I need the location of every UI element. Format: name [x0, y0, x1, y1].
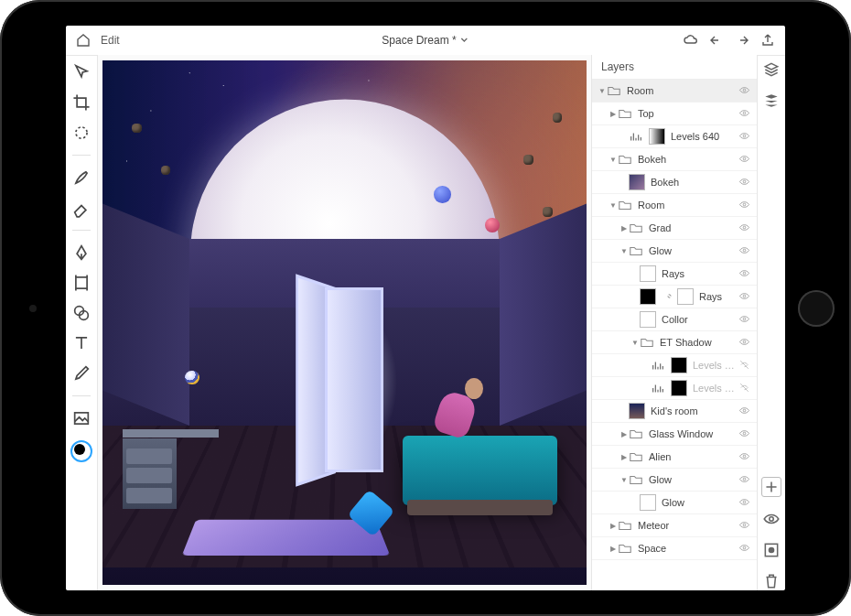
marquee-tool[interactable] — [71, 123, 92, 143]
disclosure-triangle[interactable]: ▶ — [619, 224, 629, 232]
eye-icon[interactable] — [738, 130, 753, 144]
cloud-icon[interactable] — [683, 32, 699, 49]
svg-point-8 — [743, 157, 746, 160]
layer-name: Room — [627, 85, 738, 96]
eye-icon[interactable] — [738, 473, 753, 487]
layer-row[interactable]: ▶Alien — [592, 446, 757, 469]
eye-icon[interactable] — [738, 267, 753, 281]
layer-thumb — [629, 174, 645, 190]
layer-row[interactable]: ▼Bokeh — [592, 148, 757, 171]
ipad-home-button[interactable] — [798, 290, 835, 327]
eye-icon[interactable] — [738, 336, 753, 350]
layer-row[interactable]: ▼ET Shadow — [592, 331, 757, 354]
layer-row[interactable]: ▼Room — [592, 80, 757, 103]
disclosure-triangle[interactable]: ▶ — [609, 110, 618, 118]
svg-point-10 — [743, 203, 746, 206]
home-icon[interactable] — [75, 32, 92, 49]
add-layer-icon[interactable] — [761, 477, 781, 497]
eye-icon[interactable] — [738, 176, 753, 189]
eye-icon[interactable] — [738, 519, 753, 533]
eye-icon[interactable] — [738, 290, 753, 304]
transform-tool[interactable] — [71, 273, 92, 293]
layer-row[interactable]: ▶Top — [592, 103, 757, 125]
text-tool[interactable] — [71, 333, 92, 353]
document-title[interactable]: Space Dream * — [382, 34, 469, 47]
eye-icon[interactable] — [738, 313, 753, 327]
layers-panel-title: Layers — [601, 60, 634, 73]
disclosure-triangle[interactable]: ▼ — [609, 156, 618, 164]
layer-row[interactable]: Levels 521 — [592, 354, 757, 377]
disclosure-triangle[interactable]: ▼ — [619, 247, 629, 255]
layer-thumb — [640, 288, 656, 305]
layer-row[interactable]: ▼Glow — [592, 469, 757, 492]
shapes-tool[interactable] — [71, 303, 92, 323]
eye-icon[interactable] — [738, 153, 753, 167]
eyedropper-tool[interactable] — [71, 363, 92, 384]
edit-menu[interactable]: Edit — [101, 34, 120, 47]
eye-icon[interactable] — [738, 496, 753, 510]
disclosure-triangle[interactable]: ▼ — [630, 339, 640, 347]
layer-thumb — [671, 357, 687, 373]
svg-point-13 — [743, 272, 746, 275]
layer-row[interactable]: ▼Room — [592, 194, 757, 217]
svg-point-6 — [743, 112, 746, 114]
eye-icon[interactable] — [738, 450, 753, 464]
disclosure-triangle[interactable]: ▼ — [609, 201, 618, 210]
visibility-icon[interactable] — [762, 510, 781, 528]
hidden-icon[interactable] — [738, 359, 753, 373]
share-icon[interactable] — [759, 32, 776, 49]
disclosure-triangle[interactable]: ▶ — [609, 522, 618, 530]
eye-icon[interactable] — [738, 244, 753, 258]
eye-icon[interactable] — [738, 199, 753, 212]
crop-tool[interactable] — [71, 92, 92, 113]
trash-icon[interactable] — [762, 572, 781, 590]
eye-icon[interactable] — [738, 405, 753, 418]
layer-row[interactable]: Levels 640 — [592, 125, 757, 148]
layer-stack-icon[interactable] — [762, 92, 781, 110]
layer-row[interactable]: Bokeh — [592, 171, 757, 194]
disclosure-triangle[interactable]: ▶ — [619, 430, 629, 438]
layer-thumb — [629, 403, 645, 419]
svg-point-9 — [743, 180, 746, 183]
layer-row[interactable]: ▼Glow — [592, 240, 757, 263]
image-tool[interactable] — [71, 408, 92, 428]
disclosure-triangle[interactable]: ▶ — [619, 453, 629, 461]
topbar: Edit Space Dream * — [66, 26, 785, 56]
brush-tool[interactable] — [71, 168, 92, 188]
layer-row[interactable]: Rays — [592, 263, 757, 286]
layers-icon[interactable] — [762, 60, 781, 79]
hidden-icon[interactable] — [738, 382, 753, 395]
layer-row[interactable]: ▶Grad — [592, 217, 757, 240]
layer-name: Glow — [662, 497, 738, 508]
disclosure-triangle[interactable]: ▼ — [598, 87, 607, 95]
move-tool[interactable] — [71, 62, 92, 82]
eye-icon[interactable] — [738, 222, 753, 235]
eye-icon[interactable] — [738, 542, 753, 556]
eye-icon[interactable] — [738, 107, 753, 121]
mask-icon[interactable] — [762, 541, 781, 559]
redo-icon[interactable] — [734, 32, 750, 49]
layer-row[interactable]: Collor — [592, 308, 757, 331]
svg-point-7 — [743, 135, 746, 137]
layer-name: Rays — [662, 268, 738, 279]
undo-icon[interactable] — [708, 32, 725, 49]
folder-icon — [629, 472, 643, 487]
foreground-color[interactable] — [70, 440, 92, 462]
canvas-area[interactable] — [98, 55, 591, 590]
layer-row[interactable]: ▶Space — [592, 537, 757, 560]
layer-thumb — [640, 265, 656, 282]
eraser-tool[interactable] — [71, 198, 92, 218]
disclosure-triangle[interactable]: ▶ — [609, 545, 618, 553]
layer-row[interactable]: Rays — [592, 286, 757, 308]
eye-icon[interactable] — [738, 427, 753, 441]
eye-icon[interactable] — [738, 84, 753, 98]
layer-row[interactable]: Glow — [592, 492, 757, 514]
layer-row[interactable]: Levels 5... — [592, 377, 757, 400]
pen-tool[interactable] — [71, 243, 92, 263]
layer-row[interactable]: Kid's room — [592, 400, 757, 423]
layer-row[interactable]: ▶Glass Window — [592, 423, 757, 446]
svg-point-20 — [743, 478, 746, 481]
disclosure-triangle[interactable]: ▼ — [619, 476, 629, 484]
layer-name: Glass Window — [649, 428, 738, 439]
layer-row[interactable]: ▶Meteor — [592, 514, 757, 537]
